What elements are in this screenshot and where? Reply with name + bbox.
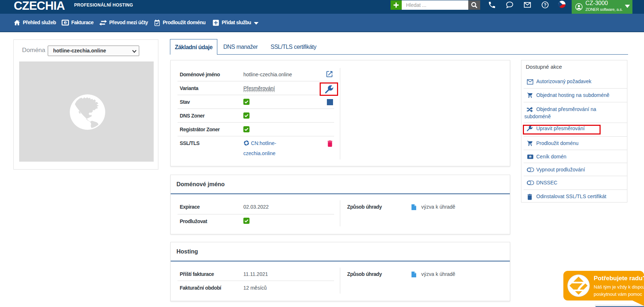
svg-text:1: 1 <box>64 21 66 24</box>
svg-text:?: ? <box>544 3 547 8</box>
